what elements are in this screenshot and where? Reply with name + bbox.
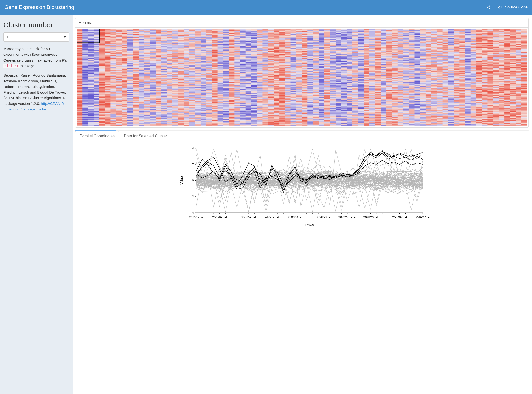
svg-rect-15948: [218, 126, 223, 126]
select-value: 1: [7, 35, 8, 39]
svg-rect-15959: [279, 126, 285, 126]
svg-rect-15927: [99, 126, 105, 126]
svg-rect-15991: [459, 126, 465, 126]
svg-rect-15988: [443, 126, 448, 126]
svg-rect-15974: [364, 126, 369, 126]
svg-rect-15986: [431, 126, 437, 126]
svg-text:2: 2: [192, 162, 194, 166]
svg-text:250366_at: 250366_at: [288, 215, 303, 219]
svg-rect-15971: [347, 126, 353, 126]
svg-point-0: [489, 6, 490, 7]
svg-rect-15979: [392, 126, 398, 126]
source-code-link[interactable]: Source Code: [498, 5, 528, 10]
chevron-down-icon: [64, 36, 66, 38]
svg-rect-15929: [110, 126, 116, 126]
svg-rect-15957: [268, 126, 274, 126]
svg-rect-15943: [189, 126, 195, 126]
svg-text:Value: Value: [180, 176, 184, 185]
svg-rect-15977: [381, 126, 386, 126]
svg-text:Rows: Rows: [305, 223, 314, 227]
svg-rect-15989: [448, 126, 454, 126]
svg-rect-15932: [127, 126, 133, 126]
svg-rect-15950: [229, 126, 235, 126]
svg-rect-15984: [420, 126, 426, 126]
svg-rect-15975: [369, 126, 375, 126]
svg-rect-15980: [398, 126, 403, 126]
svg-rect-15973: [358, 126, 364, 126]
tab-parallel-coordinates[interactable]: Parallel Coordinates: [75, 131, 119, 141]
svg-rect-15992: [465, 126, 471, 126]
svg-rect-15962: [296, 126, 302, 126]
navbar-right: Source Code: [486, 5, 528, 10]
share-icon[interactable]: [486, 5, 491, 10]
svg-rect-15924: [82, 126, 88, 126]
svg-rect-15944: [195, 126, 201, 126]
svg-rect-16002: [521, 126, 527, 126]
svg-rect-15953: [246, 126, 251, 126]
svg-rect-16000: [510, 126, 516, 126]
svg-text:0: 0: [192, 179, 194, 182]
svg-rect-15952: [240, 126, 246, 126]
svg-rect-15997: [493, 126, 499, 126]
navbar: Gene Expression Biclustering Source Code: [0, 0, 532, 15]
sidebar: Cluster number 1 Microarray data matrix …: [0, 15, 73, 394]
svg-rect-15969: [336, 126, 341, 126]
svg-rect-15946: [206, 126, 212, 126]
svg-rect-15996: [487, 126, 493, 126]
svg-rect-15941: [178, 126, 184, 126]
svg-text:258497_at: 258497_at: [392, 215, 407, 219]
sidebar-citation: Sebastian Kaiser, Rodrigo Santamaria, Ta…: [3, 72, 69, 112]
heatmap-panel: Heatmap: [75, 18, 529, 128]
svg-rect-15994: [476, 126, 482, 126]
svg-rect-15925: [88, 126, 94, 126]
svg-rect-15945: [201, 126, 206, 126]
heatmap-title: Heatmap: [75, 18, 528, 28]
svg-text:258859_at: 258859_at: [241, 215, 256, 219]
svg-rect-15956: [262, 126, 268, 126]
tab-row: Parallel Coordinates Data for Selected C…: [75, 131, 529, 141]
svg-rect-15928: [105, 126, 111, 126]
svg-rect-15985: [426, 126, 431, 126]
svg-rect-15947: [212, 126, 218, 126]
tab-data-selected-cluster[interactable]: Data for Selected Cluster: [119, 131, 172, 141]
svg-text:262826_at: 262826_at: [363, 215, 378, 219]
svg-text:266222_at: 266222_at: [317, 215, 332, 219]
svg-rect-15955: [257, 126, 263, 126]
svg-rect-15966: [319, 126, 325, 126]
svg-rect-15968: [330, 126, 336, 126]
svg-rect-15993: [471, 126, 477, 126]
svg-rect-15940: [172, 126, 178, 126]
svg-rect-15935: [144, 126, 150, 126]
svg-rect-15967: [324, 126, 330, 126]
svg-point-2: [489, 8, 490, 9]
svg-rect-16001: [516, 126, 522, 126]
svg-text:256299_at: 256299_at: [212, 215, 227, 219]
code-biclust: biclust: [3, 64, 20, 68]
svg-rect-15965: [313, 126, 319, 126]
svg-rect-15978: [386, 126, 392, 126]
svg-rect-15990: [454, 126, 460, 126]
main-content: Heatmap Parallel Coordinates Data for Se…: [73, 15, 532, 394]
svg-text:259927_at: 259927_at: [415, 215, 430, 219]
svg-rect-15934: [139, 126, 144, 126]
svg-text:263549_at: 263549_at: [189, 215, 204, 219]
svg-rect-15923: [77, 126, 83, 126]
svg-rect-15983: [415, 126, 420, 126]
svg-rect-15938: [161, 126, 167, 126]
svg-rect-15970: [341, 126, 347, 126]
svg-rect-15961: [291, 126, 297, 126]
sidebar-description: Microarray data matrix for 80 experiment…: [3, 46, 69, 69]
parallel-coordinates-chart[interactable]: -4-2024263549_at256299_at258859_at247754…: [78, 146, 526, 228]
svg-text:4: 4: [192, 146, 194, 150]
cluster-number-select[interactable]: 1: [3, 32, 69, 42]
tabs-panel: Parallel Coordinates Data for Selected C…: [75, 130, 529, 230]
svg-rect-15998: [499, 126, 505, 126]
svg-rect-15936: [150, 126, 156, 126]
app-title: Gene Expression Biclustering: [4, 4, 74, 10]
svg-rect-15931: [122, 126, 128, 126]
svg-rect-15987: [437, 126, 443, 126]
svg-rect-15963: [302, 126, 308, 126]
heatmap-chart[interactable]: [77, 29, 527, 126]
svg-rect-15954: [251, 126, 257, 126]
source-code-label: Source Code: [505, 5, 528, 9]
